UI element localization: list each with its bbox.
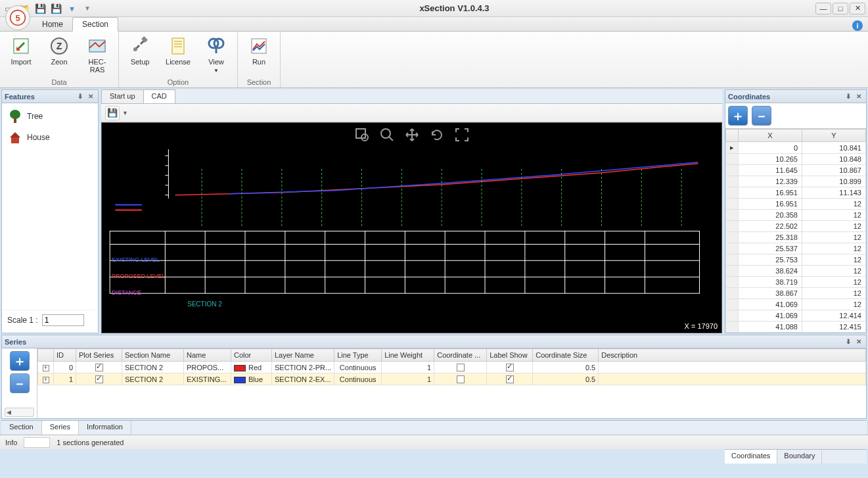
col-coordsize[interactable]: Coordinate Size [533,349,599,362]
pin-icon[interactable]: ⬇ [844,92,853,101]
feature-house[interactable]: House [5,127,95,148]
series-grid[interactable]: ID Plot Series Section Name Name Color L… [37,348,866,418]
coord-row[interactable]: 25.53712 [726,243,866,254]
ribbon-group-data: Import Z Zeon HEC-RAS Data [0,32,119,87]
labelshow-checkbox[interactable] [506,364,514,371]
remove-coord-button[interactable]: － [752,106,771,126]
remove-series-button[interactable]: － [10,373,30,393]
coord-row[interactable]: 16.95112 [726,199,866,210]
col-layer[interactable]: Layer Name [272,349,334,362]
status-message: 1 sections generated [57,439,124,446]
svg-rect-8 [172,38,184,54]
maximize-button[interactable]: □ [833,3,848,14]
save-icon[interactable]: 💾 [34,3,46,14]
col-lineweight[interactable]: Line Weight [382,349,434,362]
col-plot[interactable]: Plot Series [76,349,122,362]
close-button[interactable]: ✕ [850,3,865,14]
setup-icon [129,36,150,57]
plot-checkbox[interactable] [95,375,103,383]
tab-coordinates[interactable]: Coordinates [725,450,777,464]
col-coordshow[interactable]: Coordinate ... [434,349,487,362]
col-section[interactable]: Section Name [122,349,184,362]
add-series-button[interactable]: ＋ [10,351,30,371]
coord-row[interactable]: 20.35812 [726,210,866,221]
coord-row[interactable]: 38.71912 [726,277,866,288]
coord-row[interactable]: 41.08812.415 [726,322,866,333]
coordshow-checkbox[interactable] [457,364,465,371]
qat-dropdown-icon[interactable]: ▼ [81,3,93,14]
expand-icon[interactable]: + [43,365,49,371]
coord-row[interactable]: 41.06912 [726,299,866,310]
pin-icon[interactable]: ⬇ [844,337,853,347]
series-row[interactable]: + 0 SECTION 2 PROPOS... Red SECTION 2-PR… [38,362,866,373]
window-list-icon[interactable]: ▾ [66,3,78,14]
tab-series-panel[interactable]: Series [42,421,79,435]
feature-house-label: House [27,133,50,142]
coord-row[interactable]: 22.50212 [726,221,866,232]
coord-row[interactable]: 25.75312 [726,254,866,266]
coord-row[interactable]: 41.41212.419 [726,333,866,333]
run-button[interactable]: Run [243,34,275,78]
close-icon[interactable]: ✕ [854,92,863,101]
coord-row[interactable]: ▸010.841 [726,142,866,154]
scale-input[interactable] [42,314,84,326]
col-name[interactable]: Name [184,349,231,362]
tab-boundary[interactable]: Boundary [777,450,822,464]
col-desc[interactable]: Description [599,349,866,362]
setup-button[interactable]: Setup [124,34,156,78]
save-all-icon[interactable]: 💾 [50,3,62,14]
house-icon [7,130,23,145]
help-button[interactable]: i [852,20,863,31]
tab-cad[interactable]: CAD [143,89,175,103]
col-labelshow[interactable]: Label Show [487,349,533,362]
coord-col-x[interactable]: X [739,130,802,142]
svg-point-6 [133,47,137,51]
coord-row[interactable]: 41.06912.414 [726,310,866,322]
tab-startup[interactable]: Start up [101,89,144,103]
close-icon[interactable]: ✕ [86,92,95,101]
zeon-icon: Z [49,36,70,57]
tab-section[interactable]: Section [72,17,118,32]
coord-row[interactable]: 25.31812 [726,232,866,243]
pin-icon[interactable]: ⬇ [76,92,85,101]
minimize-button[interactable]: — [815,3,831,14]
col-id[interactable]: ID [54,349,76,362]
plot-checkbox[interactable] [95,364,103,371]
col-color[interactable]: Color [231,349,272,362]
scale-row: Scale 1 : [5,310,95,330]
coord-row[interactable]: 10.26510.848 [726,154,866,165]
coordshow-checkbox[interactable] [457,375,465,383]
tab-home[interactable]: Home [33,18,72,31]
app-menu-button[interactable]: 5 [5,5,30,30]
coord-col-y[interactable]: Y [802,130,866,142]
tab-section-panel[interactable]: Section [1,421,42,435]
import-button[interactable]: Import [5,34,37,78]
license-button[interactable]: License [162,34,194,78]
coord-row[interactable]: 38.86712 [726,288,866,299]
chevron-down-icon[interactable]: ▼ [122,110,128,116]
tab-info-panel[interactable]: Information [79,421,131,435]
zeon-button[interactable]: Z Zeon [43,34,75,78]
add-coord-button[interactable]: ＋ [728,106,748,126]
hecras-button[interactable]: HEC-RAS [81,34,113,78]
coord-row[interactable]: 16.95111.143 [726,187,866,199]
run-icon [248,36,269,57]
cad-canvas[interactable]: EXISTING LEVEL PROPOSED LEVEL DISTANCE S… [101,122,722,333]
feature-tree[interactable]: Tree [5,106,95,127]
status-info-field [24,437,50,448]
col-linetype[interactable]: Line Type [334,349,382,362]
close-icon[interactable]: ✕ [854,337,863,347]
save-doc-button[interactable]: 💾 [105,106,120,120]
labelshow-checkbox[interactable] [506,375,514,383]
coord-row[interactable]: 38.62412 [726,266,866,277]
coord-row[interactable]: 12.33910.899 [726,176,866,187]
view-button[interactable]: View▼ [200,34,232,78]
coordinates-title: Coordinates [728,93,770,101]
expand-icon[interactable]: + [43,377,49,383]
cursor-coord: X = 17970 [685,322,718,330]
series-row[interactable]: + 1 SECTION 2 EXISTING... Blue SECTION 2… [38,373,866,385]
scroll-left-icon[interactable]: ◀ [5,408,34,417]
coordinates-grid[interactable]: X Y ▸010.84110.26510.84811.64510.86712.3… [725,129,866,333]
coord-row[interactable]: 11.64510.867 [726,165,866,176]
series-panel: Series ⬇ ✕ ＋ － ◀ ID Plot Series Section … [1,335,867,419]
